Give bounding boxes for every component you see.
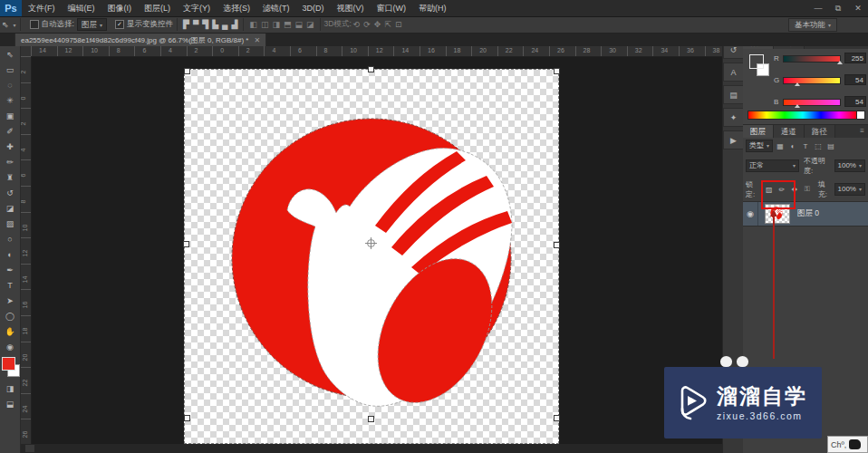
lock-icon-3[interactable]: ⚿	[802, 184, 813, 195]
distribute-icon-0[interactable]: ◧	[247, 20, 259, 29]
document-canvas[interactable]	[184, 69, 559, 444]
quick-mask-button[interactable]: ◨	[1, 381, 19, 396]
screen-mode-button[interactable]: ⬓	[1, 396, 19, 411]
transform-handle[interactable]	[184, 415, 190, 421]
slider-thumb-g[interactable]	[795, 82, 800, 86]
menu-item-7[interactable]: 3D(D)	[296, 0, 331, 16]
slider-thumb-b[interactable]	[795, 104, 800, 108]
3d-mode-icon-3[interactable]: ⇱	[382, 20, 393, 29]
horizontal-ruler[interactable]: 1412108642024681012141618202224262830323…	[31, 46, 722, 57]
slider-track-b[interactable]	[783, 99, 841, 106]
transform-handle[interactable]	[368, 66, 374, 72]
white-color-chip[interactable]	[856, 111, 865, 120]
distribute-icon-5[interactable]: ◪	[304, 20, 316, 29]
transform-handle[interactable]	[183, 241, 189, 247]
foreground-color-swatch[interactable]	[749, 54, 764, 69]
menu-item-4[interactable]: 文字(Y)	[177, 0, 217, 16]
layers-tab-0[interactable]: 图层	[743, 125, 774, 138]
gradient-tool[interactable]: ▨	[1, 216, 19, 231]
collapsed-panel-icon-2[interactable]: ▤	[723, 85, 744, 104]
type-tool[interactable]: T	[1, 277, 19, 293]
filter-icon-1[interactable]: ◐	[787, 140, 798, 151]
filter-type-dropdown[interactable]: 类型▾	[746, 140, 773, 152]
slider-track-r[interactable]	[783, 55, 841, 63]
transform-handle[interactable]	[554, 415, 560, 421]
layer-visibility-eye-icon[interactable]: ◉	[743, 202, 758, 226]
3d-mode-icon-0[interactable]: ⟲	[352, 20, 362, 29]
eyedropper-tool[interactable]: ✐	[1, 123, 19, 139]
distribute-icon-3[interactable]: ⬒	[282, 20, 294, 29]
slider-value-r[interactable]: 255	[844, 53, 866, 63]
align-icon-0[interactable]: ▛	[181, 20, 191, 29]
blend-mode-dropdown[interactable]: 正常▾	[746, 159, 799, 172]
auto-select-checkbox[interactable]	[30, 20, 39, 29]
healing-brush-tool[interactable]: ✚	[1, 139, 19, 154]
menu-item-9[interactable]: 窗口(W)	[371, 0, 413, 16]
distribute-icon-1[interactable]: ◫	[259, 20, 271, 29]
transform-handle[interactable]	[184, 68, 190, 74]
slider-value-g[interactable]: 54	[844, 74, 866, 85]
menu-item-8[interactable]: 视图(V)	[331, 0, 371, 16]
slider-track-g[interactable]	[783, 77, 841, 84]
layers-tab-2[interactable]: 路径	[805, 125, 835, 138]
collapsed-panel-icon-3[interactable]: ✦	[723, 108, 744, 127]
auto-select-dropdown[interactable]: 图层▾	[77, 18, 107, 31]
minimize-button[interactable]: —	[808, 0, 828, 16]
canvas-area[interactable]	[31, 56, 722, 444]
3d-mode-icon-2[interactable]: ✥	[372, 20, 383, 29]
dodge-tool[interactable]: ◐	[1, 246, 19, 262]
document-tab[interactable]: ea2559ee4409758e1f49d82c6d99cf49.jpg @ 6…	[14, 33, 266, 46]
transform-center-point[interactable]	[367, 239, 375, 247]
brush-tool[interactable]: ✏	[1, 154, 19, 169]
opacity-value[interactable]: 100%▾	[834, 159, 865, 172]
slider-value-b[interactable]: 54	[844, 96, 866, 107]
3d-mode-icon-1[interactable]: ⟳	[362, 20, 372, 29]
move-tool[interactable]: ⇖	[1, 46, 19, 62]
clone-stamp-tool[interactable]: ♜	[1, 169, 19, 185]
shape-tool[interactable]: ◯	[1, 308, 19, 323]
distribute-icon-4[interactable]: ⬓	[293, 20, 304, 29]
slider-thumb-r[interactable]	[837, 61, 843, 64]
collapsed-panel-icon-4[interactable]: ▶	[723, 130, 744, 149]
tool-preset-caret-icon[interactable]: ▾	[14, 22, 16, 28]
workspace-switcher[interactable]: 基本功能▾	[788, 18, 837, 32]
filter-icon-3[interactable]: ⬚	[813, 140, 824, 151]
color-spectrum-bar[interactable]	[747, 111, 858, 120]
collapsed-panel-icon-1[interactable]: A	[723, 63, 744, 82]
align-icon-3[interactable]: ▙	[210, 20, 220, 29]
transform-handle[interactable]	[368, 416, 374, 422]
crop-tool[interactable]: ▣	[1, 108, 19, 123]
filter-icon-2[interactable]: T	[800, 140, 811, 151]
marquee-tool[interactable]: ▭	[1, 62, 19, 77]
vertical-ruler[interactable]: 202468101214161820222426	[20, 56, 32, 444]
menu-item-0[interactable]: 文件(F)	[22, 0, 62, 16]
magic-wand-tool[interactable]: ✳	[1, 92, 19, 108]
show-transform-checkbox[interactable]: ✓	[115, 20, 124, 29]
restore-button[interactable]: ⧉	[828, 0, 848, 16]
menu-item-10[interactable]: 帮助(H)	[412, 0, 453, 16]
align-icon-4[interactable]: ▄	[220, 20, 229, 29]
tab-close-icon[interactable]: ✕	[254, 36, 260, 44]
panel-menu-icon[interactable]: ≡	[860, 125, 868, 138]
align-icon-1[interactable]: ▀	[191, 20, 200, 29]
hand-tool[interactable]: ✋	[1, 323, 19, 339]
menu-item-6[interactable]: 滤镜(T)	[256, 0, 296, 16]
transform-handle[interactable]	[554, 242, 560, 248]
3d-mode-icon-4[interactable]: ⊡	[393, 20, 404, 29]
menu-item-1[interactable]: 编辑(E)	[62, 0, 101, 16]
ime-indicator[interactable]: Chº,	[827, 436, 868, 453]
filter-icon-4[interactable]: ▤	[825, 140, 836, 151]
menu-item-3[interactable]: 图层(L)	[138, 0, 177, 16]
align-icon-5[interactable]: ▟	[230, 20, 240, 29]
path-select-tool[interactable]: ➤	[1, 293, 19, 308]
lasso-tool[interactable]: ◌	[1, 77, 19, 92]
pen-tool[interactable]: ✒	[1, 262, 19, 277]
history-brush-tool[interactable]: ↺	[1, 185, 19, 200]
layers-tab-1[interactable]: 通道	[774, 125, 805, 138]
foreground-swatch[interactable]	[2, 357, 15, 371]
zoom-tool[interactable]: ◉	[1, 339, 19, 354]
align-icon-2[interactable]: ▜	[200, 20, 210, 29]
close-button[interactable]: ✕	[848, 0, 868, 16]
filter-icon-0[interactable]: ▦	[775, 140, 786, 151]
blur-tool[interactable]: ○	[1, 231, 19, 246]
